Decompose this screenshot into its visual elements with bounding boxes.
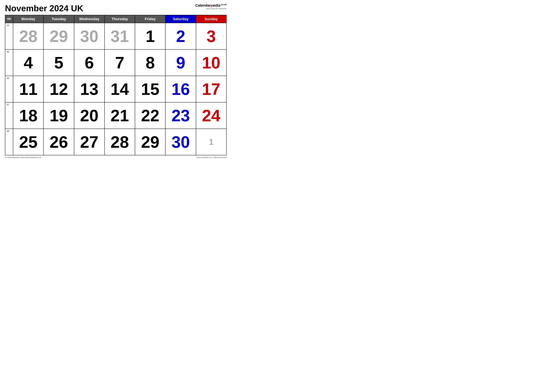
day-number: 30	[76, 24, 103, 49]
day-cell: 2	[165, 23, 196, 49]
week-number: 45	[5, 49, 13, 76]
day-number: 22	[136, 103, 164, 128]
day-number: 30	[167, 130, 194, 154]
day-number: 26	[45, 130, 72, 154]
day-cell: 5	[43, 49, 74, 76]
monday-column-header: Monday	[13, 15, 43, 23]
day-number: 21	[106, 103, 133, 128]
day-number: 24	[198, 103, 225, 128]
day-cell: 27	[74, 129, 105, 155]
day-cell: 7	[105, 49, 135, 76]
day-cell: 20	[74, 102, 105, 129]
day-number: 31	[106, 24, 133, 49]
day-number: 11	[15, 77, 42, 101]
day-number: 1	[198, 130, 225, 154]
wednesday-column-header: Wednesday	[74, 15, 105, 23]
calendar-row: 4428293031123	[5, 23, 226, 49]
day-number: 18	[15, 103, 42, 128]
day-cell: 17	[196, 76, 226, 102]
day-cell: 28	[13, 23, 43, 49]
saturday-column-header: Saturday	[165, 15, 196, 23]
day-number: 15	[136, 77, 164, 101]
day-number: 10	[198, 50, 225, 75]
week-number: 46	[5, 76, 13, 102]
day-number: 7	[106, 50, 133, 75]
page-title: November 2024 UK	[5, 3, 83, 13]
week-number: 47	[5, 102, 13, 129]
day-cell: 16	[165, 76, 196, 102]
friday-column-header: Friday	[135, 15, 165, 23]
footer: © Calendarpedia® www.calendarpedia.co.uk…	[5, 156, 227, 158]
day-number: 20	[76, 103, 103, 128]
day-cell: 26	[43, 129, 74, 155]
day-cell: 25	[13, 129, 43, 155]
day-number: 23	[167, 103, 194, 128]
calendar-row: 482526272829301	[5, 129, 226, 155]
day-number: 28	[106, 130, 133, 154]
day-number: 13	[76, 77, 103, 101]
week-number: 44	[5, 23, 13, 49]
day-cell: 31	[105, 23, 135, 49]
day-number: 2	[167, 24, 194, 49]
day-cell: 13	[74, 76, 105, 102]
page-header: November 2024 UK Calendarpedia.co.uk You…	[5, 3, 227, 13]
day-cell: 8	[135, 49, 165, 76]
day-number: 4	[15, 50, 42, 75]
thursday-column-header: Thursday	[105, 15, 135, 23]
day-number: 28	[15, 24, 42, 49]
day-cell: 24	[196, 102, 226, 129]
day-number: 25	[15, 130, 42, 154]
week-number: 48	[5, 129, 13, 155]
tuesday-column-header: Tuesday	[43, 15, 74, 23]
logo: Calendarpedia.co.uk Your source for cale…	[195, 3, 227, 10]
day-cell: 29	[43, 23, 74, 49]
day-cell: 1	[196, 129, 226, 155]
day-cell: 22	[135, 102, 165, 129]
day-cell: 18	[13, 102, 43, 129]
day-cell: 3	[196, 23, 226, 49]
day-number: 9	[167, 50, 194, 75]
day-number: 6	[76, 50, 103, 75]
day-cell: 28	[105, 129, 135, 155]
day-number: 14	[106, 77, 133, 101]
sunday-column-header: Sunday	[196, 15, 226, 23]
day-cell: 19	[43, 102, 74, 129]
day-number: 1	[136, 24, 164, 49]
column-headers: Wk Monday Tuesday Wednesday Thursday Fri…	[5, 15, 226, 23]
day-cell: 23	[165, 102, 196, 129]
day-cell: 10	[196, 49, 226, 76]
logo-tld: .co.uk	[220, 3, 227, 6]
day-cell: 12	[43, 76, 74, 102]
day-cell: 30	[74, 23, 105, 49]
day-number: 29	[136, 130, 164, 154]
day-number: 19	[45, 103, 72, 128]
day-cell: 4	[13, 49, 43, 76]
day-number: 3	[198, 24, 225, 49]
day-cell: 11	[13, 76, 43, 102]
day-number: 16	[167, 77, 194, 101]
logo-text: Calendarpedia.co.uk	[195, 3, 227, 8]
day-number: 12	[45, 77, 72, 101]
logo-tagline: Your source for calendars	[195, 8, 227, 10]
day-number: 29	[45, 24, 72, 49]
footer-left: © Calendarpedia® www.calendarpedia.co.uk	[5, 156, 41, 158]
day-cell: 29	[135, 129, 165, 155]
day-cell: 21	[105, 102, 135, 129]
wk-column-header: Wk	[5, 15, 13, 23]
day-number: 27	[76, 130, 103, 154]
day-number: 17	[198, 77, 225, 101]
day-cell: 14	[105, 76, 135, 102]
calendar-row: 4718192021222324	[5, 102, 226, 129]
calendar-row: 4545678910	[5, 49, 226, 76]
day-cell: 9	[165, 49, 196, 76]
day-number: 5	[45, 50, 72, 75]
calendar-row: 4611121314151617	[5, 76, 226, 102]
day-cell: 1	[135, 23, 165, 49]
calendar-table: Wk Monday Tuesday Wednesday Thursday Fri…	[5, 15, 227, 155]
day-cell: 15	[135, 76, 165, 102]
day-number: 8	[136, 50, 164, 75]
day-cell: 30	[165, 129, 196, 155]
day-cell: 6	[74, 49, 105, 76]
footer-right: Data provided 'as is' without warranty	[197, 156, 227, 158]
